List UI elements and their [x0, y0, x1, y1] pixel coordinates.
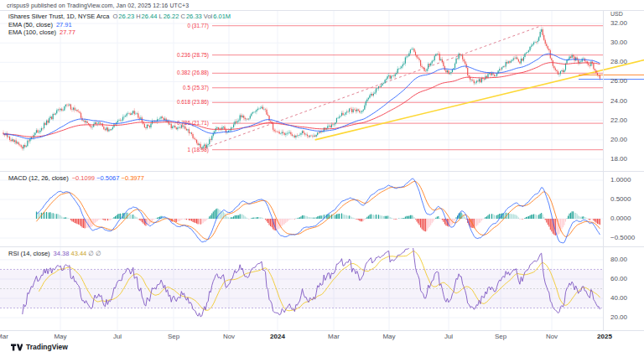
- tradingview-chart-widget: crispus9 published on TradingView.com, J…: [0, 0, 644, 357]
- ohlc-values: O26.23 H26.44 L26.22 C26.33 Vol6.01M: [112, 13, 231, 20]
- ema100-value: 27.77: [60, 28, 75, 36]
- rsi-legend-row[interactable]: RSI (14, close) 34.38 43.44 ∅ ∅: [8, 250, 101, 257]
- macd-line: [36, 178, 600, 243]
- ema100-label: EMA (100, close): [8, 28, 56, 36]
- fib-retracement[interactable]: 0 (31.77)0.236 (28.75)0.382 (26.88)0.5 (…: [177, 23, 603, 153]
- candlestick-series[interactable]: [3, 27, 600, 150]
- macd-label: MACD (12, 26, close): [8, 174, 69, 182]
- macd-values: −0.1099 −0.5067 −0.3977: [72, 174, 144, 182]
- ema100-line: [3, 63, 600, 137]
- rsi-values: 34.38 43.44 ∅ ∅: [54, 250, 101, 257]
- svg-text:0.236 (28.75): 0.236 (28.75): [177, 52, 209, 59]
- svg-text:0.618 (23.86): 0.618 (23.86): [177, 99, 209, 106]
- svg-text:0.382 (26.88): 0.382 (26.88): [177, 70, 209, 76]
- ema50-label: EMA (50, close): [8, 21, 53, 28]
- macd-pane[interactable]: [36, 178, 600, 243]
- ema50-legend-row[interactable]: EMA (50, close) 27.91: [8, 21, 72, 28]
- tradingview-logo-icon: [11, 344, 23, 351]
- tradingview-logo[interactable]: TradingView: [11, 343, 68, 351]
- tradingview-wordmark: TradingView: [26, 343, 68, 351]
- ema100-legend-row[interactable]: EMA (100, close) 27.77: [8, 28, 75, 36]
- ema-lines[interactable]: [3, 63, 600, 137]
- symbol-legend-row[interactable]: iShares Silver Trust, 1D, NYSE Arca O26.…: [8, 13, 231, 20]
- rsi-label: RSI (14, close): [8, 250, 50, 257]
- rsi-band-fill: [0, 269, 603, 308]
- macd-legend-row[interactable]: MACD (12, 26, close) −0.1099 −0.5067 −0.…: [8, 174, 144, 182]
- trendline-solid_yellow: [315, 60, 644, 139]
- gridlines: [0, 11, 603, 330]
- ema50-line: [3, 54, 600, 138]
- symbol-title: iShares Silver Trust, 1D, NYSE Arca: [8, 13, 109, 20]
- ema50-value: 27.91: [56, 21, 72, 28]
- svg-text:0 (31.77): 0 (31.77): [187, 23, 209, 29]
- ema-lines[interactable]: [3, 54, 600, 138]
- macd-signal-line: [36, 181, 600, 239]
- svg-text:0.5 (25.37): 0.5 (25.37): [183, 85, 209, 91]
- trendline[interactable]: [315, 60, 644, 139]
